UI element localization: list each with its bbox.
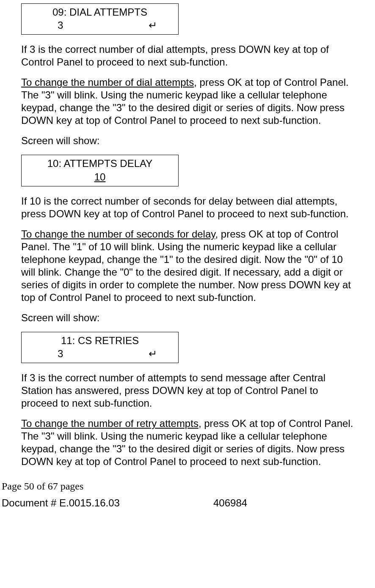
page-number: Page 50 of 67 pages (2, 481, 375, 492)
screen-value: 3 (58, 19, 63, 32)
screen-value: 3 (58, 347, 63, 360)
return-icon: ↵ (149, 19, 157, 32)
paragraph: If 10 is the correct number of seconds f… (21, 195, 354, 220)
screen-value: 10 (94, 171, 106, 183)
return-icon: ↵ (149, 347, 157, 360)
screen-display-11: 11: CS RETRIES 3 ↵ (21, 332, 179, 363)
paragraph: To change the number of dial attempts, p… (21, 76, 354, 127)
footer-number: 406984 (213, 497, 247, 509)
paragraph: If 3 is the correct number of dial attem… (21, 43, 354, 68)
paragraph: Screen will show: (21, 134, 354, 147)
document-number: Document # E.0015.16.03 (2, 497, 213, 509)
screen-title: 09: DIAL ATTEMPTS (22, 5, 178, 19)
paragraph: Screen will show: (21, 312, 354, 324)
underlined-lead: To change the number of retry attempts (21, 418, 199, 429)
screen-title: 10: ATTEMPTS DELAY (22, 157, 178, 170)
paragraph: If 3 is the correct number of attempts t… (21, 372, 354, 410)
screen-title: 11: CS RETRIES (22, 334, 178, 347)
paragraph: To change the number of retry attempts, … (21, 417, 354, 468)
screen-display-09: 09: DIAL ATTEMPTS 3 ↵ (21, 3, 179, 35)
screen-display-10: 10: ATTEMPTS DELAY 10 (21, 155, 179, 186)
underlined-lead: To change the number of seconds for dela… (21, 228, 215, 240)
paragraph: To change the number of seconds for dela… (21, 228, 354, 304)
underlined-lead: To change the number of dial attempts (21, 77, 194, 88)
